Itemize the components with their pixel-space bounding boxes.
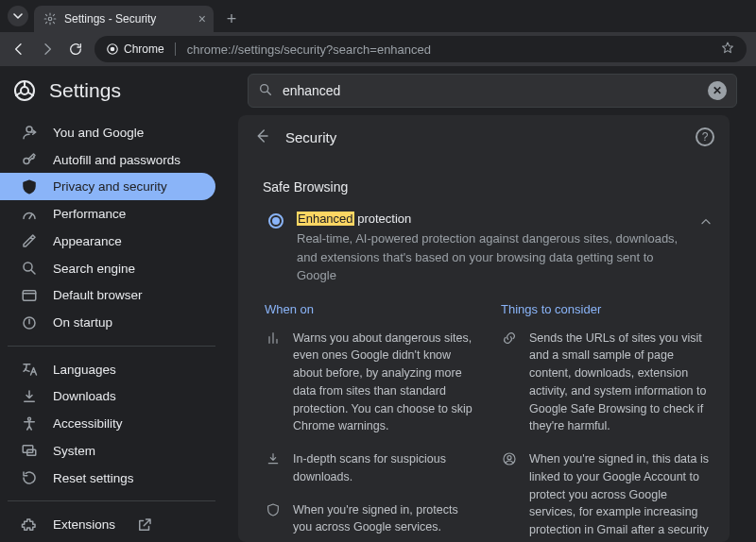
sidebar-item-languages[interactable]: Languages xyxy=(0,356,215,383)
sidebar-item-search-engine[interactable]: Search engine xyxy=(0,255,215,282)
sidebar-item-label: On startup xyxy=(53,315,112,330)
bullet-text: Sends the URLs of sites you visit and a … xyxy=(529,330,713,436)
sidebar-divider xyxy=(8,346,215,347)
sidebar: You and Google Autofill and passwords Pr… xyxy=(0,115,227,542)
sidebar-item-performance[interactable]: Performance xyxy=(0,200,215,228)
account-icon xyxy=(501,450,518,467)
close-tab-icon[interactable]: × xyxy=(198,11,206,26)
site-chip-label: Chrome xyxy=(124,42,164,56)
sidebar-item-label: Performance xyxy=(53,207,126,221)
sidebar-item-label: Default browser xyxy=(53,288,143,302)
radio-enhanced[interactable] xyxy=(268,213,284,229)
search-icon xyxy=(258,82,273,100)
sidebar-item-label: Downloads xyxy=(53,389,116,403)
sidebar-item-label: Search engine xyxy=(53,262,135,276)
tab-title: Settings - Security xyxy=(64,12,156,25)
svg-point-7 xyxy=(24,263,32,271)
tab-search-button[interactable] xyxy=(8,6,28,26)
help-icon[interactable]: ? xyxy=(696,127,714,146)
clear-search-icon[interactable]: ✕ xyxy=(708,81,727,100)
sidebar-divider xyxy=(8,500,215,501)
omnibox[interactable]: Chrome chrome://settings/security?search… xyxy=(94,36,747,62)
back-arrow-icon[interactable] xyxy=(253,127,270,147)
sidebar-item-label: You and Google xyxy=(53,126,144,140)
sidebar-item-accessibility[interactable]: Accessibility xyxy=(0,410,215,437)
sidebar-item-extensions[interactable]: Extensions xyxy=(0,511,215,538)
bullet-text: In-depth scans for suspicious downloads. xyxy=(293,450,476,486)
card-title: Security xyxy=(285,129,336,145)
settings-search[interactable]: ✕ xyxy=(248,74,737,108)
settings-favicon-icon xyxy=(43,12,57,25)
download-icon xyxy=(265,450,282,467)
link-icon xyxy=(501,330,518,347)
forward-icon[interactable] xyxy=(38,40,57,59)
new-tab-button[interactable]: + xyxy=(219,7,244,31)
sidebar-item-system[interactable]: System xyxy=(0,437,215,465)
sidebar-item-label: Languages xyxy=(53,363,116,377)
sidebar-item-reset[interactable]: Reset settings xyxy=(0,465,215,492)
svg-rect-8 xyxy=(23,291,36,301)
page-title: Settings xyxy=(49,79,121,102)
open-external-icon xyxy=(136,517,153,534)
bullet-text: When you're signed in, this data is link… xyxy=(529,450,713,542)
when-on-heading: When on xyxy=(265,302,476,316)
sidebar-item-label: Reset settings xyxy=(53,471,134,485)
option-title-rest: protection xyxy=(354,212,412,226)
security-card: Security ? Safe Browsing Enhanced protec… xyxy=(238,115,730,542)
sidebar-item-label: Autofill and passwords xyxy=(53,153,180,167)
svg-point-0 xyxy=(48,17,52,21)
sidebar-item-default-browser[interactable]: Default browser xyxy=(0,281,215,309)
bookmark-icon[interactable] xyxy=(720,41,735,59)
collapse-icon[interactable] xyxy=(699,215,713,231)
sidebar-item-label: Extensions xyxy=(53,517,115,532)
sidebar-item-autofill[interactable]: Autofill and passwords xyxy=(0,146,215,174)
sidebar-item-label: Privacy and security xyxy=(53,179,167,194)
sidebar-item-downloads[interactable]: Downloads xyxy=(0,383,215,411)
sidebar-item-label: Accessibility xyxy=(53,416,123,431)
browser-tab[interactable]: Settings - Security × xyxy=(34,6,214,32)
sidebar-item-privacy-security[interactable]: Privacy and security xyxy=(0,173,215,200)
shield-icon xyxy=(265,501,282,518)
section-title: Safe Browsing xyxy=(263,179,713,195)
reload-icon[interactable] xyxy=(66,40,85,59)
svg-point-5 xyxy=(261,84,268,92)
option-title: Enhanced protection xyxy=(297,212,686,226)
search-highlight: Enhanced xyxy=(297,212,354,226)
svg-point-4 xyxy=(21,87,28,94)
option-description: Real-time, AI-powered protection against… xyxy=(297,229,686,285)
chrome-logo-icon xyxy=(13,79,36,102)
site-chip: Chrome xyxy=(106,42,180,56)
bar-chart-icon xyxy=(265,330,282,347)
things-to-consider-heading: Things to consider xyxy=(501,302,713,316)
sidebar-item-appearance[interactable]: Appearance xyxy=(0,228,215,255)
back-icon[interactable] xyxy=(9,40,28,59)
settings-search-input[interactable] xyxy=(283,83,698,98)
svg-point-10 xyxy=(28,417,31,420)
sidebar-item-label: System xyxy=(53,444,95,458)
svg-point-2 xyxy=(111,47,115,52)
svg-point-16 xyxy=(507,456,511,460)
sidebar-item-label: Appearance xyxy=(53,234,122,248)
sidebar-item-you-and-google[interactable]: You and Google xyxy=(0,119,215,146)
sidebar-item-on-startup[interactable]: On startup xyxy=(0,309,215,336)
bullet-text: Warns you about dangerous sites, even on… xyxy=(293,330,476,436)
bullet-text: When you're signed in, protects you acro… xyxy=(293,501,476,537)
url-text: chrome://settings/security?search=enhanc… xyxy=(187,42,431,57)
